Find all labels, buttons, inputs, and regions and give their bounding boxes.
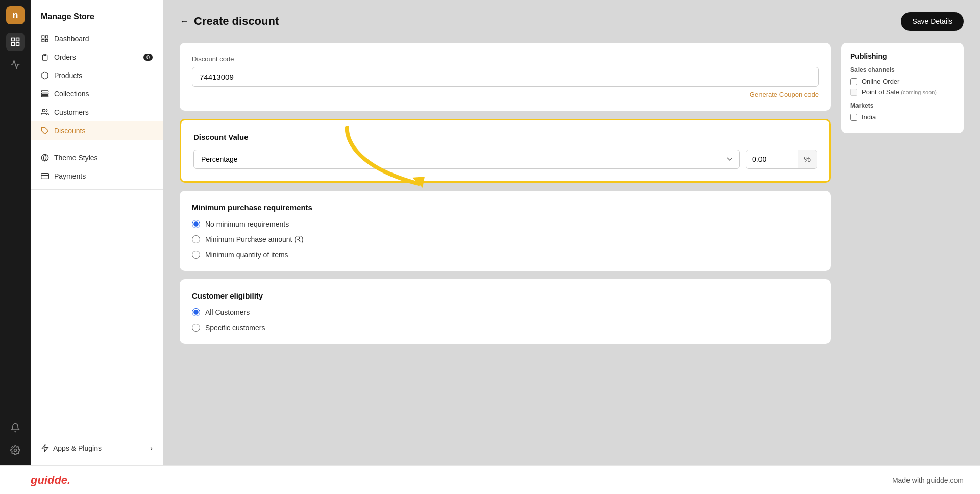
checkbox-india-input[interactable] (850, 114, 857, 121)
sidebar-label-products: Products (54, 71, 82, 80)
radio-all-customers-input[interactable] (192, 308, 200, 316)
radio-min-qty-input[interactable] (192, 251, 200, 259)
customer-eligibility-card: Customer eligibility All Customers Speci… (180, 279, 831, 344)
checkbox-india-label: India (862, 113, 876, 121)
page-title-wrapper: ← Create discount (180, 15, 279, 28)
sidebar-item-discounts[interactable]: Discounts (31, 121, 163, 140)
discount-value-title: Discount Value (193, 133, 817, 141)
markets-label: Markets (850, 102, 954, 109)
svg-marker-18 (42, 444, 48, 451)
svg-rect-5 (42, 36, 44, 38)
content-with-panel: Discount code Generate Coupon code Disco… (180, 43, 964, 352)
main-content: ← Create discount Save Details Discount … (163, 0, 980, 465)
page-title: Create discount (194, 15, 279, 28)
svg-rect-3 (16, 43, 19, 46)
min-purchase-title: Minimum purchase requirements (192, 203, 819, 212)
generate-coupon-link[interactable]: Generate Coupon code (192, 91, 819, 98)
bottom-bar: guidde. Made with guidde.com (0, 465, 980, 494)
radio-min-qty[interactable]: Minimum quantity of items (192, 251, 819, 259)
theme-icon (41, 154, 49, 162)
discount-type-select[interactable]: Percentage Fixed Amount (193, 150, 740, 169)
coming-soon-label: (coming soon) (901, 89, 937, 95)
apps-plugins-label: Apps & Plugins (53, 444, 102, 452)
icon-bar-bell[interactable] (6, 418, 24, 437)
svg-rect-12 (41, 95, 48, 97)
svg-rect-0 (12, 38, 15, 41)
checkbox-india[interactable]: India (850, 113, 954, 121)
svg-rect-2 (12, 43, 15, 46)
save-details-button[interactable]: Save Details (901, 12, 964, 31)
checkbox-online-order-label: Online Order (862, 78, 899, 85)
discount-code-card: Discount code Generate Coupon code (180, 43, 831, 111)
guidde-logo-text: guidde. (31, 474, 70, 486)
sidebar-item-theme-styles[interactable]: Theme Styles (31, 149, 163, 167)
app-logo[interactable]: n (6, 6, 24, 24)
sidebar-title: Manage Store (31, 8, 163, 30)
discount-code-input[interactable] (192, 67, 819, 87)
products-icon (41, 71, 49, 80)
svg-rect-16 (41, 174, 49, 179)
publishing-card: Publishing Sales channels Online Order P… (841, 43, 964, 133)
checkbox-online-order-input[interactable] (850, 78, 857, 85)
orders-icon (41, 53, 49, 61)
sidebar-item-products[interactable]: Products (31, 66, 163, 85)
discounts-icon (41, 127, 49, 135)
svg-point-13 (42, 109, 45, 112)
svg-rect-8 (45, 39, 48, 42)
radio-min-amount-input[interactable] (192, 235, 200, 243)
made-with-text: Made with guidde.com (892, 476, 964, 484)
radio-specific-customers-input[interactable] (192, 324, 200, 332)
svg-rect-9 (44, 54, 46, 56)
discount-code-label: Discount code (192, 55, 819, 63)
apps-icon (41, 444, 49, 452)
apps-arrow-icon: › (150, 444, 153, 452)
sidebar-label-theme-styles: Theme Styles (54, 154, 98, 162)
sidebar-label-payments: Payments (54, 172, 86, 180)
sidebar-label-collections: Collections (54, 90, 89, 98)
icon-bar-analytics[interactable] (6, 55, 24, 73)
icon-bar-store[interactable] (6, 33, 24, 51)
radio-no-min[interactable]: No minimum requirements (192, 220, 819, 228)
radio-no-min-input[interactable] (192, 220, 200, 228)
sidebar: Manage Store Dashboard Orders 0 Products… (31, 0, 163, 465)
checkbox-pos-label: Point of Sale (coming soon) (862, 88, 937, 96)
icon-bar-settings[interactable] (6, 441, 24, 459)
checkbox-online-order[interactable]: Online Order (850, 78, 954, 85)
radio-all-customers-label: All Customers (205, 308, 250, 316)
dashboard-icon (41, 35, 49, 43)
svg-rect-1 (16, 38, 19, 41)
radio-all-customers[interactable]: All Customers (192, 308, 819, 316)
sidebar-item-orders[interactable]: Orders 0 (31, 48, 163, 66)
radio-no-min-label: No minimum requirements (205, 220, 289, 228)
discount-value-card: Discount Value Percentage Fixed Amount % (180, 119, 831, 183)
back-arrow-button[interactable]: ← (180, 16, 189, 27)
svg-rect-10 (41, 91, 48, 92)
radio-specific-customers-label: Specific customers (205, 324, 265, 332)
svg-point-15 (41, 154, 48, 161)
customers-icon (41, 108, 49, 116)
collections-icon (41, 90, 49, 98)
radio-specific-customers[interactable]: Specific customers (192, 324, 819, 332)
discount-value-input[interactable] (746, 150, 798, 168)
customer-eligibility-radio-group: All Customers Specific customers (192, 308, 819, 332)
checkbox-pos[interactable]: Point of Sale (coming soon) (850, 88, 954, 96)
radio-min-amount[interactable]: Minimum Purchase amount (₹) (192, 235, 819, 243)
sidebar-label-orders: Orders (54, 53, 76, 61)
svg-rect-7 (42, 39, 44, 42)
discount-value-input-wrapper: % (746, 150, 817, 169)
sidebar-label-discounts: Discounts (54, 127, 85, 135)
checkbox-pos-input[interactable] (850, 89, 857, 96)
sales-channels-label: Sales channels (850, 66, 954, 73)
page-header: ← Create discount Save Details (180, 12, 964, 31)
publishing-title: Publishing (850, 52, 954, 60)
apps-plugins-item[interactable]: Apps & Plugins › (41, 444, 153, 452)
discount-value-unit: % (798, 150, 817, 168)
sidebar-item-payments[interactable]: Payments (31, 167, 163, 185)
sidebar-item-dashboard[interactable]: Dashboard (31, 30, 163, 48)
min-purchase-card: Minimum purchase requirements No minimum… (180, 191, 831, 271)
sidebar-item-collections[interactable]: Collections (31, 85, 163, 103)
publishing-markets: Markets India (850, 102, 954, 121)
main-cards: Discount code Generate Coupon code Disco… (180, 43, 831, 352)
orders-badge: 0 (143, 54, 153, 61)
sidebar-item-customers[interactable]: Customers (31, 103, 163, 121)
